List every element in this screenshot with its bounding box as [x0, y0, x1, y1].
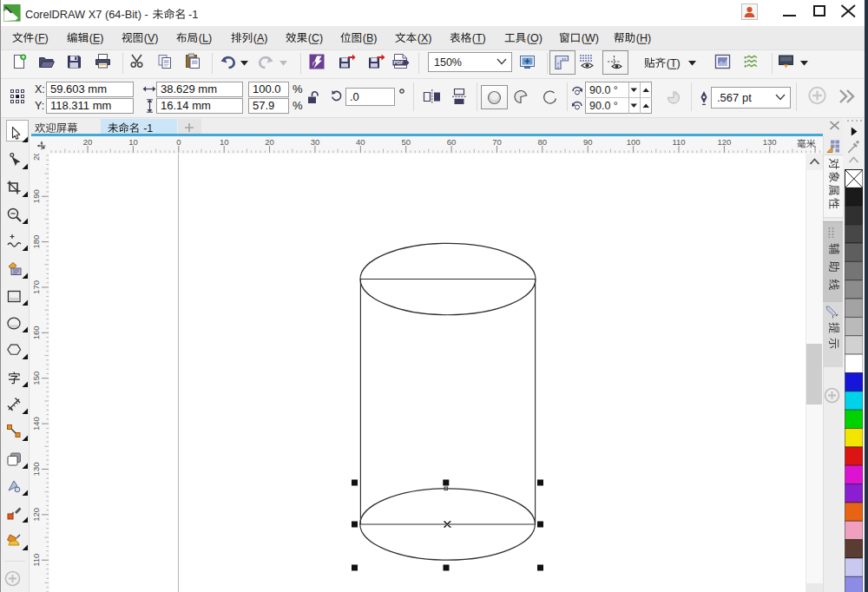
- svg-text:110: 110: [31, 554, 41, 567]
- svg-text:(W): (W): [582, 32, 599, 44]
- svg-text:170: 170: [31, 280, 41, 294]
- svg-text:-1: -1: [143, 122, 153, 134]
- svg-text:10: 10: [128, 137, 138, 147]
- svg-text:60: 60: [447, 137, 457, 147]
- svg-text:(V): (V): [144, 32, 159, 44]
- svg-text:(E): (E): [89, 32, 104, 44]
- svg-text:120: 120: [31, 508, 41, 522]
- svg-text:180: 180: [31, 235, 41, 249]
- svg-text:130: 130: [31, 463, 41, 477]
- svg-text:190: 190: [31, 189, 41, 203]
- svg-text:10: 10: [220, 137, 229, 147]
- svg-text:(H): (H): [636, 32, 651, 44]
- svg-text:140: 140: [31, 417, 41, 431]
- svg-text:120: 120: [717, 137, 731, 147]
- svg-text:-1: -1: [188, 8, 198, 21]
- svg-text:20: 20: [83, 137, 93, 147]
- svg-text:130: 130: [763, 137, 777, 147]
- svg-text:80: 80: [538, 137, 548, 147]
- svg-text:110: 110: [672, 137, 685, 147]
- svg-text:30: 30: [311, 137, 320, 147]
- svg-text:160: 160: [31, 326, 41, 339]
- svg-text:0: 0: [176, 137, 181, 147]
- svg-text:(T): (T): [472, 32, 486, 44]
- svg-text:150: 150: [31, 372, 41, 385]
- svg-text:CorelDRAW X7 (64-Bit) -: CorelDRAW X7 (64-Bit) -: [25, 8, 148, 21]
- svg-text:100: 100: [627, 137, 641, 147]
- svg-text:90: 90: [583, 137, 593, 147]
- svg-text:(A): (A): [253, 32, 268, 44]
- svg-text:(O): (O): [527, 32, 542, 44]
- svg-text:PDF: PDF: [394, 60, 404, 65]
- svg-text:(T): (T): [667, 57, 681, 69]
- svg-text:70: 70: [492, 137, 502, 147]
- svg-text:(B): (B): [363, 32, 378, 44]
- svg-text:(F): (F): [35, 32, 49, 44]
- svg-text:(C): (C): [308, 32, 323, 44]
- svg-text:200: 200: [31, 154, 41, 161]
- svg-text:(L): (L): [199, 32, 212, 44]
- svg-text:40: 40: [356, 137, 365, 147]
- svg-text:20: 20: [265, 137, 274, 147]
- svg-text:(X): (X): [418, 32, 432, 44]
- svg-text:50: 50: [401, 137, 411, 147]
